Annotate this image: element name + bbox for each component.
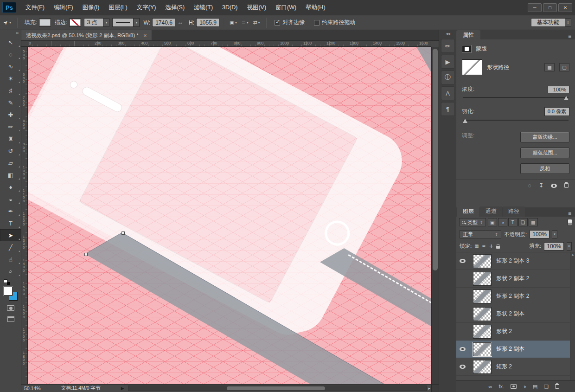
layer-visibility-toggle[interactable] xyxy=(456,305,469,322)
move-tool[interactable]: ↖ xyxy=(0,36,21,48)
align-edges-checkbox[interactable] xyxy=(275,20,280,26)
path-anchor-point[interactable] xyxy=(121,231,125,235)
blend-mode-dropdown[interactable]: 正常 ⇕ xyxy=(460,230,501,238)
layer-visibility-toggle[interactable] xyxy=(456,323,469,340)
align-edges-option[interactable]: 对齐边缘 xyxy=(275,19,305,26)
lock-position-icon[interactable]: ✛ xyxy=(489,244,493,249)
layer-thumbnail[interactable] xyxy=(473,342,492,356)
constrain-drag-option[interactable]: 约束路径拖动 xyxy=(314,19,355,26)
layer-visibility-toggle[interactable] xyxy=(456,270,469,287)
menu-item[interactable]: 滤镜(T) xyxy=(189,0,217,15)
constrain-drag-checkbox[interactable] xyxy=(314,20,319,26)
horizontal-scrollbar[interactable] xyxy=(128,386,427,391)
tool-preset-picker[interactable]: ➤ ▾ xyxy=(4,19,11,26)
blur-tool[interactable]: ♦ xyxy=(0,181,21,193)
path-operations-button[interactable]: ▣▾ xyxy=(228,18,239,27)
info-panel-icon[interactable]: ⓘ xyxy=(441,71,455,84)
vertical-scrollbar[interactable] xyxy=(431,47,439,384)
layer-row[interactable]: 矩形 2 xyxy=(456,358,575,376)
layers-scrollbar[interactable] xyxy=(570,252,575,380)
maximize-button[interactable]: □ xyxy=(543,3,557,12)
enable-mask-eye-icon[interactable] xyxy=(551,184,557,188)
healing-brush-tool[interactable]: ✚ xyxy=(0,109,21,121)
add-pixel-mask-icon[interactable]: ▩ xyxy=(544,63,555,71)
add-vector-mask-icon[interactable]: ▢ xyxy=(559,63,569,71)
type-tool[interactable]: T xyxy=(0,217,21,229)
zoom-level-field[interactable]: 50.14% xyxy=(24,386,41,391)
link-layers-icon[interactable]: ∞ xyxy=(489,384,492,389)
layer-row[interactable]: 矩形 2 副本 xyxy=(456,341,575,358)
vertical-ruler[interactable]: 5006007008009001000110012001300140015001… xyxy=(21,47,28,384)
paragraph-panel-icon[interactable]: ¶ xyxy=(441,102,455,116)
workspace-dropdown[interactable]: ⇕ xyxy=(565,18,571,27)
stroke-style-dropdown[interactable]: ▾ xyxy=(134,18,140,27)
menu-item[interactable]: 文件(F) xyxy=(21,0,49,15)
expand-panels-icon[interactable]: ◀◀ xyxy=(439,30,456,37)
status-flyout-icon[interactable]: ▶ xyxy=(121,386,124,391)
filter-toggle-switch[interactable] xyxy=(568,219,572,226)
feather-slider[interactable] xyxy=(463,120,569,121)
dodge-tool[interactable]: ◒ xyxy=(0,193,21,205)
menu-item[interactable]: 文字(Y) xyxy=(132,0,161,15)
delete-layer-icon[interactable] xyxy=(555,384,559,389)
layer-style-icon[interactable]: fx. xyxy=(498,384,504,389)
default-colors-icon[interactable] xyxy=(4,279,12,286)
new-layer-icon[interactable]: ❏ xyxy=(544,384,549,390)
lock-all-icon[interactable] xyxy=(496,246,500,249)
path-arrange-button[interactable]: ⇄▾ xyxy=(251,18,262,27)
filter-smart-objects-icon[interactable]: ▩ xyxy=(529,218,538,226)
color-swatches[interactable] xyxy=(4,287,18,301)
filter-pixel-layers-icon[interactable]: ▣ xyxy=(488,218,497,226)
workspace-switcher[interactable]: 基本功能 ⇕ xyxy=(531,18,571,27)
path-selection-tool[interactable]: ➤ xyxy=(0,229,21,241)
menu-item[interactable]: 编辑(E) xyxy=(49,0,78,15)
stroke-swatch[interactable] xyxy=(69,19,81,26)
history-brush-tool[interactable]: ↺ xyxy=(0,145,21,157)
filter-shape-layers-icon[interactable]: ❏ xyxy=(518,218,528,226)
layer-visibility-toggle[interactable] xyxy=(456,358,469,375)
lock-image-pixels-icon[interactable]: ✏ xyxy=(482,244,486,249)
document-tab[interactable]: 透视效果2.psd @ 50.1% (矩形 2 副本, RGB/8) * × xyxy=(21,30,152,40)
menu-item[interactable]: 图像(I) xyxy=(78,0,104,15)
menu-item[interactable]: 帮助(H) xyxy=(301,0,330,15)
tools-panel-collapse[interactable]: ▸▸ xyxy=(0,30,21,36)
layer-row[interactable]: 形状 2 副本 xyxy=(456,305,575,323)
stroke-style-picker[interactable] xyxy=(112,18,134,27)
layer-thumbnail[interactable] xyxy=(473,254,492,268)
panel-menu-icon[interactable]: ≡ xyxy=(568,210,571,217)
gray-bar-top-right[interactable] xyxy=(412,47,431,249)
lock-transparent-pixels-icon[interactable]: ▦ xyxy=(474,244,479,249)
layer-row[interactable]: 形状 2 xyxy=(456,323,575,341)
brush-tool[interactable]: ✏ xyxy=(0,121,21,133)
layer-row[interactable]: 形状 2 副本 2 xyxy=(456,270,575,288)
panel-tab[interactable]: 通道 xyxy=(480,206,502,217)
filter-adjustment-layers-icon[interactable]: ◑ xyxy=(498,218,507,226)
magic-wand-tool[interactable]: ✶ xyxy=(0,72,21,84)
layer-thumbnail[interactable] xyxy=(473,272,492,286)
actions-panel-icon[interactable]: ▶ xyxy=(441,55,455,69)
menu-item[interactable]: 3D(D) xyxy=(217,0,242,15)
new-group-icon[interactable]: ▤ xyxy=(533,384,537,390)
panel-tab[interactable]: 图层 xyxy=(457,206,479,217)
density-slider[interactable] xyxy=(463,97,569,98)
filter-type-layers-icon[interactable]: T xyxy=(508,218,518,226)
fill-swatch[interactable] xyxy=(39,19,51,26)
close-tab-icon[interactable]: × xyxy=(143,32,147,39)
gradient-tool[interactable]: ◧ xyxy=(0,169,21,181)
minimize-button[interactable]: ─ xyxy=(528,3,542,12)
menu-item[interactable]: 选择(S) xyxy=(160,0,189,15)
color-range-button[interactable]: 颜色范围... xyxy=(520,148,569,158)
layer-row[interactable]: 矩形 2 副本 3 xyxy=(456,252,575,270)
clone-stamp-tool[interactable]: ♜ xyxy=(0,133,21,145)
mask-edge-button[interactable]: 蒙版边缘... xyxy=(520,132,569,142)
layer-thumbnail[interactable] xyxy=(473,289,492,303)
tab-properties[interactable]: 属性 xyxy=(456,30,480,39)
apply-mask-icon[interactable]: ↧ xyxy=(539,182,543,189)
feather-slider-thumb[interactable] xyxy=(463,119,467,123)
vertical-scrollbar-thumb[interactable] xyxy=(433,49,438,270)
adjustment-layer-icon[interactable]: ◑ xyxy=(523,384,526,389)
scroll-right-icon[interactable]: ▸ xyxy=(428,386,430,391)
density-value-field[interactable]: 100% xyxy=(547,86,569,93)
panel-tab[interactable]: 路径 xyxy=(503,206,525,217)
menu-item[interactable]: 视图(V) xyxy=(242,0,271,15)
